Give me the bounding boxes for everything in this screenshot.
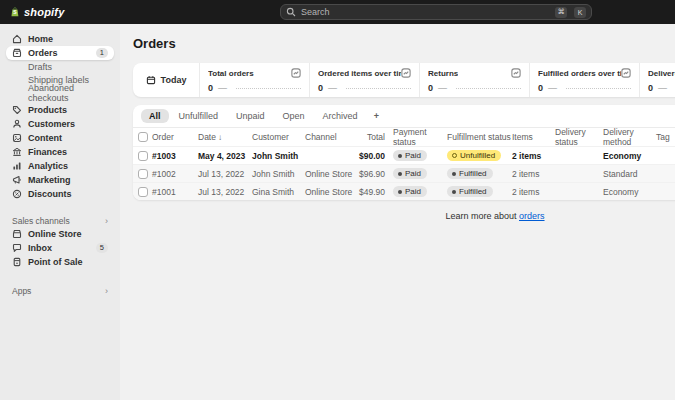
marketing-megaphone-icon: [12, 175, 22, 185]
shortcut-k-key: K: [574, 7, 586, 18]
shortcut-cmd-key: ⌘: [555, 7, 567, 18]
col-order: Order: [152, 132, 198, 142]
orders-help-link[interactable]: orders: [519, 211, 545, 221]
metric-delivered-orders[interactable]: Delivered orders over time 0 —: [640, 63, 675, 97]
inbox-chat-icon: [12, 243, 22, 253]
sidebar-item-label: Home: [28, 34, 53, 44]
sidebar-item-inbox[interactable]: Inbox 5: [6, 241, 114, 255]
logo-wordmark: shopify: [24, 6, 65, 18]
order-date: May 4, 2023: [198, 151, 252, 161]
products-tag-icon: [12, 105, 22, 115]
col-date[interactable]: Date↓: [198, 132, 252, 142]
metric-label: Total orders: [208, 69, 254, 78]
sidebar-item-point-of-sale[interactable]: Point of Sale: [6, 255, 114, 269]
fulfillment-status-badge: Fulfilled: [447, 168, 493, 179]
order-number: #1002: [152, 169, 198, 179]
sidebar-item-label: Analytics: [28, 161, 68, 171]
table-header-row: Order Date↓ Customer Channel Total Payme…: [133, 127, 675, 146]
sidebar-item-home[interactable]: Home: [6, 32, 114, 46]
filled-dot-icon: [398, 154, 402, 158]
sidebar-item-customers[interactable]: Customers: [6, 117, 114, 131]
sidebar-item-label: Orders: [28, 48, 58, 58]
col-channel: Channel: [305, 132, 353, 142]
sidebar-item-finances[interactable]: Finances: [6, 145, 114, 159]
content-image-icon: [12, 133, 22, 143]
row-checkbox[interactable]: [138, 169, 148, 179]
sidebar-item-abandoned-checkouts[interactable]: Abandoned checkouts: [6, 86, 114, 99]
tab-archived[interactable]: Archived: [315, 109, 366, 123]
row-checkbox[interactable]: [138, 187, 148, 197]
metric-fulfilled-orders[interactable]: Fulfilled orders over time 0 —: [530, 63, 640, 97]
order-total: $96.90: [353, 169, 385, 179]
metric-ordered-items[interactable]: Ordered items over time 0 —: [310, 63, 420, 97]
col-fulfillment-status: Fulfillment status: [447, 132, 512, 142]
tab-all[interactable]: All: [141, 109, 169, 123]
col-delivery-method: Delivery method: [603, 127, 656, 147]
add-view-button[interactable]: +: [368, 109, 385, 123]
payment-status-badge: Paid: [393, 168, 427, 179]
filled-dot-icon: [452, 172, 456, 176]
metric-total-orders[interactable]: Total orders 0 —: [200, 63, 310, 97]
order-total: $90.00: [353, 151, 385, 161]
sidebar-item-label: Products: [28, 105, 67, 115]
apps-header[interactable]: Apps ›: [6, 285, 114, 297]
search-icon: [286, 7, 296, 17]
metric-chart-icon: [401, 68, 411, 78]
sidebar-item-label: Discounts: [28, 189, 72, 199]
filter-tabs: All Unfulfilled Unpaid Open Archived +: [133, 105, 675, 127]
metric-chart-icon: [621, 68, 631, 78]
sidebar-item-orders[interactable]: Orders 1: [6, 46, 114, 60]
orders-count-badge: 1: [96, 48, 108, 58]
metric-value: 0: [648, 83, 653, 93]
global-search-input[interactable]: Search ⌘ K: [280, 4, 592, 20]
order-number: #1001: [152, 187, 198, 197]
metric-returns[interactable]: Returns 0 —: [420, 63, 530, 97]
metric-label: Fulfilled orders over time: [538, 69, 621, 78]
page-title: Orders: [133, 36, 675, 51]
sidebar-item-label: Point of Sale: [28, 257, 83, 267]
sidebar-item-content[interactable]: Content: [6, 131, 114, 145]
sidebar-item-analytics[interactable]: Analytics: [6, 159, 114, 173]
sidebar-item-discounts[interactable]: Discounts: [6, 187, 114, 201]
sales-channels-header[interactable]: Sales channels ›: [6, 215, 114, 227]
order-customer: Gina Smith: [252, 187, 305, 197]
tab-open[interactable]: Open: [275, 109, 313, 123]
order-customer: John Smith: [252, 151, 305, 161]
chevron-right-icon: ›: [105, 216, 108, 226]
table-row-order-1002[interactable]: #1002 Jul 13, 2022 John Smith Online Sto…: [133, 164, 675, 182]
col-payment-status: Payment status: [385, 127, 447, 147]
inbox-count-badge: 5: [96, 243, 108, 253]
metric-delta: —: [218, 83, 227, 93]
col-tag: Tag: [656, 132, 675, 142]
date-range-button[interactable]: Today: [133, 63, 200, 97]
chevron-right-icon: ›: [105, 286, 108, 296]
sidebar-item-online-store[interactable]: Online Store: [6, 227, 114, 241]
col-customer: Customer: [252, 132, 305, 142]
order-items: 2 items: [512, 187, 555, 197]
col-delivery-status: Delivery status: [555, 127, 603, 147]
sparkline-placeholder: [456, 88, 521, 89]
select-all-checkbox[interactable]: [138, 132, 148, 142]
metric-label: Returns: [428, 69, 458, 78]
metric-label: Ordered items over time: [318, 69, 401, 78]
table-row-order-1003[interactable]: #1003 May 4, 2023 John Smith $90.00 Paid…: [133, 146, 675, 164]
shopify-logo[interactable]: S shopify: [0, 6, 65, 18]
metric-chart-icon: [291, 68, 301, 78]
tab-unpaid[interactable]: Unpaid: [228, 109, 273, 123]
filled-dot-icon: [398, 190, 402, 194]
filled-dot-icon: [452, 190, 456, 194]
table-row-order-1001[interactable]: #1001 Jul 13, 2022 Gina Smith Online Sto…: [133, 182, 675, 200]
tab-unfulfilled[interactable]: Unfulfilled: [171, 109, 227, 123]
apps-label: Apps: [12, 286, 31, 296]
sidebar: Home Orders 1 Drafts Shipping labels Aba…: [0, 24, 120, 400]
row-checkbox[interactable]: [138, 151, 148, 161]
sidebar-item-products[interactable]: Products: [6, 103, 114, 117]
sidebar-item-label: Customers: [28, 119, 75, 129]
sidebar-item-drafts[interactable]: Drafts: [6, 60, 114, 73]
metric-delta: —: [548, 83, 557, 93]
sidebar-item-label: Content: [28, 133, 62, 143]
sidebar-item-marketing[interactable]: Marketing: [6, 173, 114, 187]
order-total: $49.90: [353, 187, 385, 197]
sidebar-subitem-label: Abandoned checkouts: [28, 83, 108, 103]
payment-status-badge: Paid: [393, 150, 427, 161]
